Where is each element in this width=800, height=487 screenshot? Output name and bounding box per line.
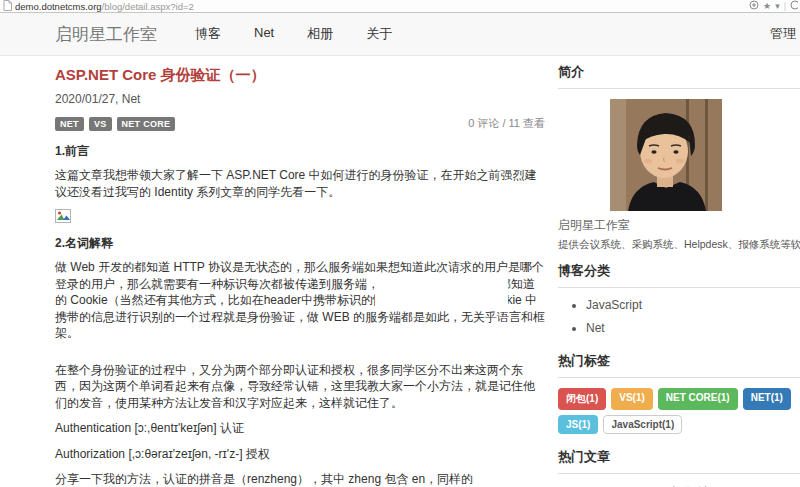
category-item-javascript[interactable]: JavaScript [586,298,800,312]
article-tag-net[interactable]: NET [55,117,84,131]
site-brand[interactable]: 启明星工作室 [55,23,157,46]
tag-cloud: 闭包(1) VS(1) NET CORE(1) NET(1) JS(1) Jav… [558,388,800,434]
article-title: ASP.NET Core 身份验证（一） [55,66,545,85]
category-item-net[interactable]: Net [586,321,800,335]
tag-pill-javascript[interactable]: JavaScript(1) [603,415,682,434]
nav-admin-link[interactable]: 管理 [770,25,796,43]
section-heading-2: 2.名词解释 [55,235,545,252]
nav-menu: 博客 Net 相册 关于 [195,25,392,43]
article-meta: 2020/01/27, Net [55,92,545,106]
about-name: 启明星工作室 [558,217,800,234]
toolbar-separator: | [784,1,786,11]
tag-pill-net[interactable]: NET(1) [743,388,791,410]
tag-pill-netcore[interactable]: NET CORE(1) [658,388,738,410]
tag-pill-bibao[interactable]: 闭包(1) [558,388,606,410]
browser-address-bar[interactable]: demo.dotnetcms.org/blog/detail.aspx?id=2… [0,0,800,13]
sidebar-heading-tags: 热门标签 [558,344,800,378]
favorite-star-icon[interactable]: ★ [763,1,771,11]
sidebar-heading-hot-posts: 热门文章 [558,440,800,474]
nav-item-album[interactable]: 相册 [307,25,333,43]
article-tag-row: NET VS NET CORE 0 评论 / 11 查看 [55,116,545,131]
paragraph-intro: 这篇文章我想带领大家了解一下 ASP.NET Core 中如何进行的身份验证，在… [55,167,545,200]
paragraph-authn-authz: 在整个身份验证的过程中，又分为两个部分即认证和授权，很多同学区分不出来这两个东西… [55,362,545,412]
nav-item-net[interactable]: Net [254,25,274,43]
article-tag-netcore[interactable]: NET CORE [117,117,176,131]
nav-item-blog[interactable]: 博客 [195,25,221,43]
section-heading-1: 1.前言 [55,143,545,160]
article-tag-vs[interactable]: VS [89,117,112,131]
nav-item-about[interactable]: 关于 [366,25,392,43]
broken-image-icon [55,209,545,227]
category-list: JavaScript Net [586,298,800,335]
sidebar-heading-about: 简介 [558,55,800,89]
article-main: ASP.NET Core 身份验证（一） 2020/01/27, Net NET… [55,66,545,487]
tag-pill-vs[interactable]: VS(1) [611,388,653,410]
clipped-toolbar-icon[interactable] [790,0,798,12]
favorites-caret-icon[interactable]: ▾ [775,1,780,11]
avatar [610,99,722,211]
sidebar: 简介 启明星工作室 提供会议系统、采购系统、Helpdesk、报修系统等软件。 … [558,55,800,487]
reader-mode-icon[interactable] [749,0,759,12]
paragraph-mnemonic: 分享一下我的方法，认证的拼音是（renzheng），其中 zheng 包含 en… [55,471,545,487]
url-path: /blog/detail.aspx?id=2 [102,1,194,12]
paragraph-authentication-ipa: Authentication [ɔ:,θentɪ'keɪʃən] 认证 [55,420,545,437]
paragraph-authorization-ipa: Authorization [,ɔ:θəraɪ'zeɪʃən, -rɪ'z-] … [55,446,545,463]
about-description: 提供会议系统、采购系统、Helpdesk、报修系统等软件。 [558,238,800,252]
site-navbar: 启明星工作室 博客 Net 相册 关于 管理 [0,13,800,56]
tag-pill-js[interactable]: JS(1) [558,415,598,434]
url-domain: demo.dotnetcms.org [15,1,102,12]
sidebar-heading-categories: 博客分类 [558,254,800,288]
article-stats: 0 评论 / 11 查看 [468,116,545,131]
page-icon [3,0,12,13]
obscured-region [375,277,508,308]
